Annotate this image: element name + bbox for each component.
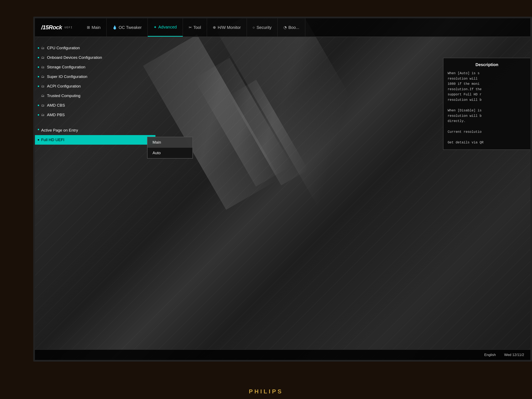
acpi-config-label: ACPI Configuration [47,84,81,89]
boot-label: Boo... [288,25,299,30]
description-body: When [Auto] is s resolution will 1080 if… [448,71,526,145]
folder-icon-super-io: 🗂 [41,75,44,79]
hw-monitor-icon: ⊕ [213,25,216,30]
indicator-amd-cbs [38,105,39,106]
tab-hw-monitor[interactable]: ⊕ H/W Monitor [207,18,247,37]
dropdown-auto-label: Auto [152,151,161,155]
main-tab-label: Main [92,25,101,30]
tab-main[interactable]: ⊞ Main [81,18,107,37]
boot-icon: ◔ [284,25,287,30]
tab-advanced[interactable]: ✦ Advanced [148,18,183,37]
menu-item-active-page[interactable]: Active Page on Entry [35,124,155,135]
amd-pbs-label: AMD PBS [47,113,65,117]
menu-item-onboard-devices[interactable]: 🗂 Onboard Devices Configuration [35,53,155,62]
tool-icon: ✂ [189,25,192,30]
indicator-acpi [38,86,39,87]
indicator-storage [38,66,39,68]
storage-config-label: Storage Configuration [47,65,85,70]
indicator-cpu [38,47,39,49]
onboard-devices-label: Onboard Devices Configuration [47,55,102,60]
datetime-status: Wed 12/11/2 [504,353,524,357]
tab-tool[interactable]: ✂ Tool [183,18,207,37]
advanced-icon: ✦ [154,25,157,30]
folder-icon-amd-pbs: 🗂 [41,113,44,117]
dropdown-popup: Main Auto [147,137,193,158]
menu-item-full-hd-uefi[interactable]: Full HD UEFI [35,135,155,145]
menu-item-acpi-config[interactable]: 🗂 ACPI Configuration [35,82,155,91]
folder-icon-acpi: 🗂 [41,84,44,88]
security-icon: ○ [253,25,255,30]
main-tab-icon: ⊞ [87,25,90,30]
trusted-computing-label: Trusted Computing [47,94,80,98]
advanced-label: Advanced [158,25,177,30]
left-menu: 🗂 CPU Configuration 🗂 Onboard Devices Co… [35,37,155,349]
monitor-frame: /15Rock UEFI ⊞ Main 💧 OC Tweaker ✦ Advan… [33,17,532,361]
indicator-amd-pbs [38,114,39,115]
security-label: Security [256,25,271,30]
navigation-tabs: ⊞ Main 💧 OC Tweaker ✦ Advanced ✂ Tool ⊕ … [81,18,524,37]
indicator-super-io [38,76,39,77]
menu-item-amd-pbs[interactable]: 🗂 AMD PBS [35,110,155,120]
cpu-config-label: CPU Configuration [47,46,80,50]
dropdown-option-main[interactable]: Main [147,137,192,148]
folder-icon-amd-cbs: 🗂 [41,103,44,107]
status-bar: English Wed 12/11/2 [35,349,530,360]
menu-item-trusted-computing[interactable]: 🗂 Trusted Computing [35,91,155,101]
folder-icon-onboard: 🗂 [41,56,44,59]
super-io-label: Super IO Configuration [47,74,87,79]
amd-cbs-label: AMD CBS [47,103,65,108]
dropdown-main-label: Main [152,140,161,145]
hw-monitor-label: H/W Monitor [218,25,241,30]
folder-icon-trusted: 🗂 [41,94,44,98]
description-title: Description [448,62,526,67]
menu-item-storage-config[interactable]: 🗂 Storage Configuration [35,62,155,72]
description-panel: Description When [Auto] is s resolution … [443,58,530,150]
folder-icon-storage: 🗂 [41,65,44,69]
full-hd-label: Full HD UEFI [41,138,64,142]
indicator-full-hd [38,139,39,140]
main-content: 🗂 CPU Configuration 🗂 Onboard Devices Co… [35,37,530,349]
dropdown-option-auto[interactable]: Auto [147,148,192,158]
folder-icon-cpu: 🗂 [41,46,44,50]
menu-item-cpu-config[interactable]: 🗂 CPU Configuration [35,43,155,53]
indicator-onboard [38,57,39,58]
menu-item-super-io[interactable]: 🗂 Super IO Configuration [35,72,155,82]
menu-item-amd-cbs[interactable]: 🗂 AMD CBS [35,101,155,110]
tab-boot[interactable]: ◔ Boo... [278,18,305,37]
language-status: English [484,353,496,357]
uefi-label: UEFI [64,26,73,29]
tool-label: Tool [193,25,201,30]
brand-name: /15Rock [41,24,62,31]
tab-oc-tweaker[interactable]: 💧 OC Tweaker [107,18,148,37]
logo: /15Rock UEFI [41,24,73,31]
indicator-active-page [38,129,39,130]
tab-security[interactable]: ○ Security [247,18,278,37]
monitor-brand: PHILIPS [249,388,283,395]
header-bar: /15Rock UEFI ⊞ Main 💧 OC Tweaker ✦ Advan… [35,18,530,37]
oc-tweaker-label: OC Tweaker [119,25,142,30]
active-page-label: Active Page on Entry [41,128,78,133]
oc-tweaker-icon: 💧 [112,25,117,30]
